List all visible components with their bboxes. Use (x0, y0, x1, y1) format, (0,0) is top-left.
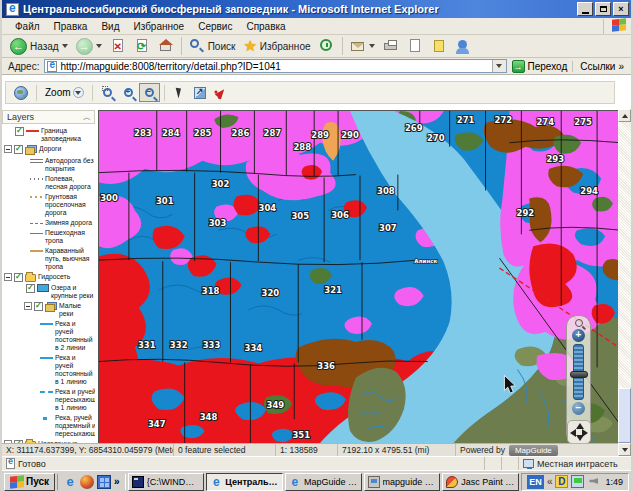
map-quadrant-label: 321 (324, 285, 342, 295)
layer-item[interactable]: Граница заповедника (2, 126, 95, 144)
taskbar-task-button[interactable]: Jasc Paint Shop Pro ... (442, 473, 519, 491)
zoom-rectangle-button[interactable] (97, 83, 118, 102)
layer-label: Караванный путь, вьючная тропа (45, 247, 94, 271)
layer-visibility-checkbox[interactable] (26, 284, 35, 293)
scrollbar-track[interactable] (618, 122, 631, 443)
zoom-dropdown-button[interactable]: Zoom (41, 83, 88, 102)
messenger-icon (458, 40, 467, 49)
forward-button[interactable]: → (72, 37, 106, 56)
map-viewport[interactable]: 2832842852862872882892902692702712722742… (98, 110, 623, 449)
forward-dropdown-icon[interactable] (96, 44, 102, 48)
expand-collapse-icon[interactable] (24, 302, 32, 310)
layer-item[interactable]: Гидросеть (2, 272, 95, 283)
slider-zoom-in-button[interactable]: + (572, 329, 585, 342)
cursor-coordinates: X: 311174.637399, Y: 6854310.045979 (Met… (2, 444, 174, 456)
layer-item[interactable]: Дороги (2, 144, 95, 156)
history-button[interactable] (315, 37, 339, 55)
expand-collapse-icon[interactable] (4, 273, 12, 281)
layer-item[interactable]: Малые реки (2, 301, 95, 319)
scroll-up-button[interactable] (618, 109, 631, 122)
tray-chevron[interactable]: « (547, 476, 553, 487)
map-image[interactable]: 2832842852862872882892902692702712722742… (99, 111, 622, 448)
toolbar-separator (36, 85, 37, 101)
expand-collapse-icon[interactable] (4, 145, 12, 153)
page-scrollbar[interactable] (618, 109, 631, 456)
legend-item: Грунтовая проселочная дорога (2, 192, 95, 218)
zoom-slider-track[interactable] (573, 344, 584, 400)
address-input[interactable]: http://mapguide:8008/territory/detail.ph… (44, 59, 506, 73)
dots-gray-icon (30, 178, 43, 180)
close-button[interactable]: × (613, 2, 629, 16)
quick-launch-media-icon[interactable] (80, 475, 94, 489)
search-button[interactable]: Поиск (185, 37, 240, 55)
language-indicator[interactable]: EN (527, 475, 544, 489)
start-button[interactable]: Пуск (4, 473, 55, 491)
legend-item: Караванный путь, вьючная тропа (2, 246, 95, 272)
menu-item-файл[interactable]: Файл (8, 19, 47, 34)
map-quadrant-label: 304 (259, 203, 277, 213)
pan-dpad[interactable] (567, 420, 591, 444)
zoom-slider-thumb[interactable] (570, 371, 588, 378)
taskbar-task-button[interactable]: eMapGuide Open Sou... (285, 473, 362, 491)
go-button[interactable]: → Переход (507, 60, 573, 73)
digitize-button[interactable] (211, 83, 232, 102)
links-overflow-chevron[interactable]: » (618, 61, 624, 72)
pan-right-icon (582, 429, 588, 437)
edit-icon (410, 39, 420, 52)
layer-visibility-checkbox[interactable] (34, 302, 43, 311)
tray-network-icon[interactable] (571, 475, 584, 488)
select-button[interactable] (169, 83, 190, 102)
notes-button[interactable] (427, 37, 451, 55)
layer-visibility-checkbox[interactable] (14, 273, 23, 282)
search-label: Поиск (208, 41, 236, 52)
address-bar: Адрес: http://mapguide:8008/territory/de… (2, 58, 631, 75)
layers-tree: Граница заповедникаДорогиАвтодорога без … (2, 124, 95, 443)
mail-button[interactable] (346, 37, 379, 55)
address-dropdown-button[interactable] (492, 60, 506, 72)
minimize-button[interactable] (577, 2, 593, 16)
layer-item[interactable]: Озера и крупные реки (2, 283, 95, 301)
messenger-button[interactable] (451, 37, 475, 55)
scroll-down-button[interactable] (618, 443, 631, 456)
links-bar[interactable]: Ссылки » (572, 61, 629, 72)
zoom-out-button[interactable]: − (139, 83, 160, 102)
menu-item-вид[interactable]: Вид (94, 19, 126, 34)
menu-item-избранное[interactable]: Избранное (126, 19, 191, 34)
layer-visibility-checkbox[interactable] (15, 127, 24, 136)
quick-launch-overflow-chevron[interactable]: » (114, 476, 120, 487)
collapse-chevron-icon[interactable]: ︿ (83, 112, 90, 123)
quick-launch-ie-icon[interactable]: e (63, 475, 77, 489)
taskbar-task-button[interactable]: mapguide - Удален... (364, 473, 441, 491)
menu-item-сервис[interactable]: Сервис (191, 19, 239, 34)
tray-volume-icon[interactable] (587, 475, 600, 488)
scrollbar-thumb[interactable] (618, 388, 631, 443)
edit-button[interactable] (403, 37, 427, 55)
quick-launch-desktop-icon[interactable] (97, 475, 111, 489)
layer-visibility-checkbox[interactable] (14, 145, 23, 154)
favorites-button[interactable]: ★ Избранное (239, 36, 314, 56)
refresh-button[interactable]: ⟳ (130, 37, 154, 55)
initial-view-button[interactable] (10, 83, 32, 102)
tray-download-icon[interactable]: D (555, 475, 568, 488)
back-dropdown-icon[interactable] (62, 44, 68, 48)
map-quadrant-label: 301 (156, 196, 174, 206)
taskbar-task-button[interactable]: {C:\WINDOWS\syst... (128, 473, 205, 491)
favorites-star-icon: ★ (243, 37, 256, 55)
print-button[interactable] (379, 37, 403, 55)
back-button[interactable]: ← Назад (6, 37, 72, 56)
restore-button[interactable] (595, 2, 611, 16)
slider-zoom-out-button[interactable]: − (572, 402, 585, 415)
legend-item: Полевая, лесная дорога (2, 174, 95, 192)
menu-item-справка[interactable]: Справка (239, 19, 292, 34)
menu-item-правка[interactable]: Правка (47, 19, 95, 34)
home-button[interactable] (154, 37, 178, 55)
taskbar-task-button[interactable]: eЦентральносиби... (206, 473, 283, 491)
legend-item: Автодорога без покрытия (2, 156, 95, 174)
stop-icon: ✕ (110, 38, 126, 54)
mail-dropdown-icon[interactable] (369, 44, 375, 48)
pan-button[interactable] (190, 83, 211, 102)
zoom-in-button[interactable]: + (118, 83, 139, 102)
stop-button[interactable]: ✕ (106, 37, 130, 55)
layers-panel-header[interactable]: Layers ︿ (2, 110, 95, 124)
layer-label: Гидросеть (38, 273, 94, 281)
